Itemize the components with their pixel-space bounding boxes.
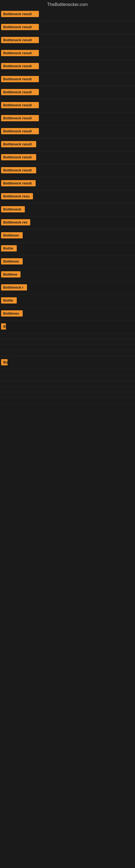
bottleneck-badge[interactable]: Bottlene: [1, 271, 20, 278]
list-item: [0, 392, 135, 398]
list-item: B: [0, 321, 135, 334]
list-item: Bottleneck result: [0, 99, 135, 112]
list-item: Bottleneck: [0, 204, 135, 216]
list-item: Bottlenec: [0, 308, 135, 321]
bottleneck-badge[interactable]: Bo: [1, 359, 8, 365]
list-item: Bottleneck result: [0, 21, 135, 34]
bottleneck-badge[interactable]: Bottleneck result: [1, 154, 36, 160]
list-item: Bottleneck res: [0, 216, 135, 229]
bottleneck-badge[interactable]: Bottleneck result: [1, 128, 39, 134]
list-item: [0, 351, 135, 356]
list-item: Bottle: [0, 243, 135, 255]
list-item: Bottleneck result: [0, 138, 135, 151]
list-item: [0, 386, 135, 392]
bottleneck-badge[interactable]: Bottleneck result: [1, 115, 39, 121]
list-item: [0, 381, 135, 386]
bottleneck-badge[interactable]: Bottleneck res: [1, 219, 30, 225]
bottleneck-badge[interactable]: Bottleneck result: [1, 89, 39, 95]
bottleneck-badge[interactable]: B: [1, 323, 6, 330]
list-item: Bottleneck result: [0, 164, 135, 177]
bottleneck-badge[interactable]: Bottleneck result: [1, 24, 39, 30]
list-item: [0, 398, 135, 404]
bottleneck-badge[interactable]: Bottlenec: [1, 258, 23, 265]
bottleneck-badge[interactable]: Bottle: [1, 245, 17, 251]
list-item: Bottlenec: [0, 255, 135, 269]
bottleneck-badge[interactable]: Bottle: [1, 297, 17, 304]
list-item: Bottleneck result: [0, 177, 135, 190]
items-list: Bottleneck resultBottleneck resultBottle…: [0, 8, 135, 404]
list-item: Bottleneck result: [0, 47, 135, 60]
bottleneck-badge[interactable]: Bottleneck result: [1, 63, 39, 69]
bottleneck-badge[interactable]: Bottleneck result: [1, 180, 36, 186]
bottleneck-badge[interactable]: Bottleneck resu: [1, 193, 33, 199]
bottleneck-badge[interactable]: Bottleneck result: [1, 167, 36, 173]
bottleneck-badge[interactable]: Bottleneck: [1, 206, 25, 212]
list-item: Bottle: [0, 294, 135, 308]
bottleneck-badge[interactable]: Bottleneck r: [1, 284, 27, 290]
bottleneck-badge[interactable]: Bottleneck result: [1, 102, 39, 108]
list-item: Bottleneck result: [0, 151, 135, 164]
list-item: Bottleneck result: [0, 112, 135, 125]
list-item: Bottleneck result: [0, 73, 135, 86]
bottleneck-badge[interactable]: Bottleneck result: [1, 11, 39, 17]
list-item: Bottlene: [0, 269, 135, 282]
bottleneck-badge[interactable]: Bottleneck result: [1, 37, 39, 43]
bottleneck-badge[interactable]: Bottleneck result: [1, 141, 36, 147]
bottleneck-badge[interactable]: Bottleneck result: [1, 50, 39, 56]
list-item: [0, 369, 135, 375]
list-item: Bottleneck resu: [0, 190, 135, 204]
list-item: Bottleneck result: [0, 125, 135, 138]
list-item: Bottleneck r: [0, 282, 135, 294]
site-header: TheBottlenecker.com: [0, 0, 135, 8]
list-item: [0, 345, 135, 351]
list-item: [0, 334, 135, 339]
list-item: Bo: [0, 356, 135, 369]
list-item: Bottleneck result: [0, 34, 135, 47]
list-item: Bottleneck result: [0, 60, 135, 73]
list-item: [0, 339, 135, 345]
bottleneck-badge[interactable]: Bottleneck result: [1, 76, 39, 82]
list-item: [0, 375, 135, 381]
list-item: Bottlenec: [0, 229, 135, 243]
list-item: Bottleneck result: [0, 86, 135, 99]
site-title: TheBottlenecker.com: [0, 0, 135, 8]
bottleneck-badge[interactable]: Bottlenec: [1, 310, 23, 316]
bottleneck-badge[interactable]: Bottlenec: [1, 232, 23, 239]
list-item: Bottleneck result: [0, 8, 135, 21]
